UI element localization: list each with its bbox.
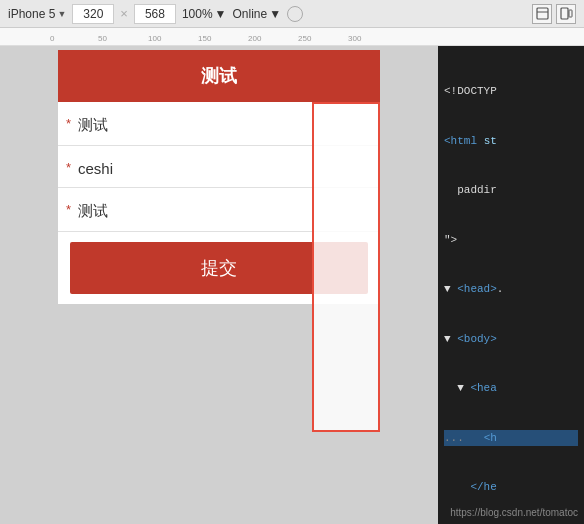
device-preview: 测试 * 测试 * ceshi * 测试 [0,46,438,524]
svg-rect-3 [569,10,572,17]
form-area: * 测试 * ceshi * 测试 提交 [58,102,380,294]
code-line-6: ▼ <body> [444,331,578,348]
ruler-mark-250: 250 [298,34,311,43]
phone-frame: 测试 * 测试 * ceshi * 测试 [58,50,380,304]
code-line-9: </he [444,479,578,496]
code-line-2: <html st [444,133,578,150]
inspect-icon[interactable] [532,4,552,24]
online-label: Online [232,7,267,21]
watermark-text: https://blog.csdn.net/tomatoc [450,507,578,518]
device-mode-icon[interactable] [556,4,576,24]
ruler: 0 50 100 150 200 250 300 [0,28,584,46]
code-panel: <!DOCTYP <html st paddir "> ▼ <head>. ▼ … [438,46,584,524]
ruler-mark-300: 300 [348,34,361,43]
toolbar: iPhone 5 ▼ × 100% ▼ Online ▼ [0,0,584,28]
submit-button[interactable]: 提交 [70,242,368,294]
toolbar-icons [532,4,576,24]
chevron-down-icon: ▼ [57,9,66,19]
form-field-2[interactable]: * ceshi [58,146,380,188]
ruler-mark-100: 100 [148,34,161,43]
ruler-mark-150: 150 [198,34,211,43]
app-header: 测试 [58,50,380,102]
dimension-separator: × [120,6,128,21]
ruler-mark-200: 200 [248,34,261,43]
code-line-5: ▼ <head>. [444,281,578,298]
field-value-1[interactable]: 测试 [70,116,368,135]
field-value-3[interactable]: 测试 [70,202,368,221]
online-chevron-icon: ▼ [269,7,281,21]
required-star-1: * [66,116,71,131]
app-header-title: 测试 [201,64,237,88]
ruler-mark-0: 0 [50,34,54,43]
main-area: 测试 * 测试 * ceshi * 测试 [0,46,584,524]
required-star-3: * [66,202,71,217]
form-field-1[interactable]: * 测试 [58,102,380,146]
ruler-mark-50: 50 [98,34,107,43]
device-label: iPhone 5 [8,7,55,21]
svg-rect-2 [561,8,568,19]
code-line-7: ▼ <hea [444,380,578,397]
code-line-4: "> [444,232,578,249]
zoom-label: 100% [182,7,213,21]
code-line-3: paddir [444,182,578,199]
svg-rect-0 [537,8,548,19]
form-field-3[interactable]: * 测试 [58,188,380,232]
device-selector[interactable]: iPhone 5 ▼ [8,7,66,21]
watermark: https://blog.csdn.net/tomatoc [450,507,578,518]
online-selector[interactable]: Online ▼ [232,7,281,21]
width-input[interactable] [72,4,114,24]
zoom-selector[interactable]: 100% ▼ [182,7,227,21]
field-value-2[interactable]: ceshi [70,160,368,177]
zoom-chevron-icon: ▼ [215,7,227,21]
height-input[interactable] [134,4,176,24]
no-throttle-button[interactable] [287,6,303,22]
required-star-2: * [66,160,71,175]
code-line-8: ... <h [444,430,578,447]
code-line-1: <!DOCTYP [444,83,578,100]
